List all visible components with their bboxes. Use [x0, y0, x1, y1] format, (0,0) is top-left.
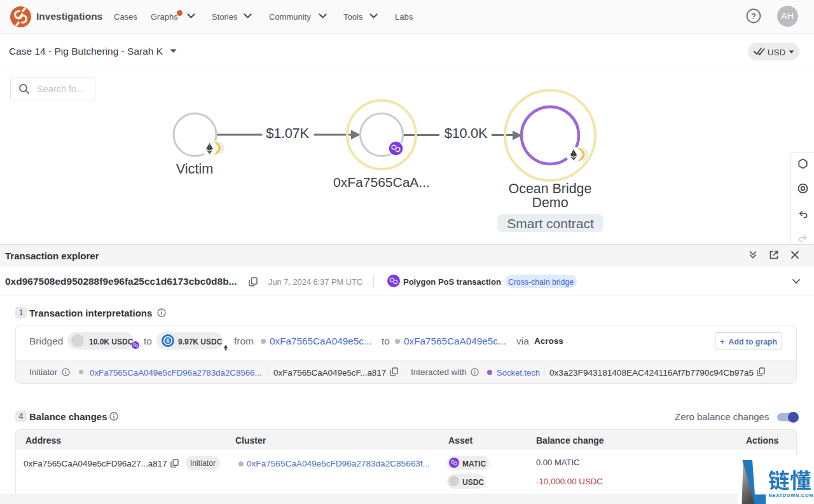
svg-text:NEATDOWN.COM: NEATDOWN.COM	[769, 493, 813, 498]
svg-text:$: $	[166, 337, 170, 344]
svg-text:?: ?	[751, 11, 756, 21]
